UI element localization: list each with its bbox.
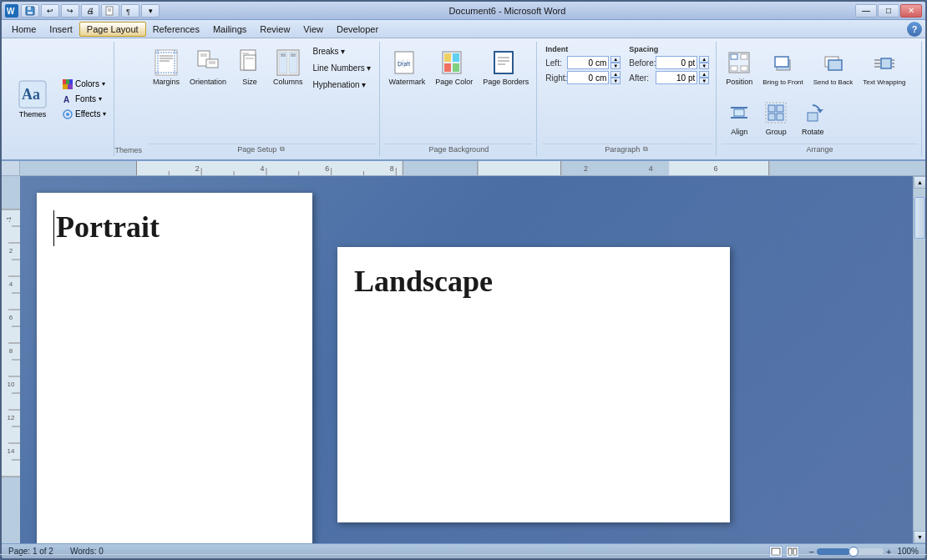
breaks-button[interactable]: Breaks ▾ [308,43,375,58]
indent-right-input[interactable] [567,71,609,84]
margins-button[interactable]: Margins [149,43,184,92]
zoom-slider[interactable] [817,548,884,555]
send-to-back-label: Send to Back [813,78,854,86]
svg-rect-39 [289,52,297,73]
ribbon: Aa Themes C [2,38,925,161]
scroll-track[interactable] [914,189,925,531]
scroll-down-button[interactable]: ▼ [914,531,925,543]
svg-text:4: 4 [9,280,13,288]
scroll-thumb[interactable] [914,197,925,239]
text-wrapping-button[interactable]: Text Wrapping [859,43,909,92]
themes-group: Aa Themes C [5,42,114,156]
title-bar-left: W ↩ ↪ 🖨 ¶ ▾ [5,4,160,18]
scroll-up-button[interactable]: ▲ [914,176,925,189]
spacing-before-input[interactable] [656,56,697,69]
group-button[interactable]: Group [758,93,793,142]
svg-rect-65 [881,58,891,68]
line-numbers-button[interactable]: Line Numbers ▾ [308,60,375,75]
page-background-label: Page Background [385,144,534,154]
colors-button[interactable]: Colors ▾ [58,77,110,91]
indent-left-down[interactable]: ▼ [610,63,621,69]
indent-left-up[interactable]: ▲ [610,56,621,63]
send-to-back-button[interactable]: Send to Back [809,43,858,92]
svg-rect-52 [494,52,513,73]
page-setup-expand[interactable]: ⧉ [278,145,286,154]
spacing-after-input[interactable] [656,71,697,84]
svg-rect-78 [768,114,775,120]
watermark-label: Watermark [389,78,426,86]
arrange-label: Arrange [722,144,918,154]
svg-rect-59 [731,66,737,71]
zoom-thumb[interactable] [848,547,859,557]
menu-mailings[interactable]: Mailings [206,23,253,36]
spacing-after-row: After: ▲ ▼ [629,71,709,84]
rotate-button[interactable]: Rotate [795,93,830,142]
menu-page-layout[interactable]: Page Layout [79,22,146,37]
watermark-button[interactable]: W Draft Watermark [385,43,430,92]
save-btn[interactable] [21,4,39,18]
indent-left-input[interactable] [567,56,609,69]
group-icon [762,99,789,126]
menu-developer[interactable]: Developer [330,23,385,36]
menu-home[interactable]: Home [5,23,43,36]
spacing-after-down[interactable]: ▼ [699,78,709,84]
vertical-ruler: -1 2 4 6 8 10 12 14 [2,176,20,543]
landscape-text: Landscape [354,264,713,299]
menu-review[interactable]: Review [253,23,296,36]
bring-to-front-button[interactable]: Bring to Front [758,43,807,92]
position-button[interactable]: Position [722,43,757,92]
close-button[interactable]: ✕ [900,4,922,18]
effects-button[interactable]: Effects ▾ [58,107,110,121]
page-borders-button[interactable]: Page Borders [479,43,533,92]
svg-rect-77 [777,105,783,112]
vertical-scrollbar[interactable]: ▲ ▼ [913,176,925,543]
page-borders-icon [493,49,519,76]
minimize-button[interactable]: — [855,4,877,18]
size-button[interactable]: Size [232,43,267,92]
svg-text:W: W [7,7,15,16]
format-btn[interactable]: ¶ [121,4,139,18]
redo-btn[interactable]: ↪ [61,4,79,18]
indent-left-label: Left: [545,58,565,68]
themes-button[interactable]: Aa Themes [8,75,57,123]
svg-rect-12 [66,79,69,84]
svg-rect-48 [444,53,451,62]
menu-references[interactable]: References [146,23,206,36]
indent-label: Indent [545,45,621,53]
fonts-button[interactable]: A Fonts ▾ [58,92,110,106]
more-btn[interactable]: ▾ [141,4,160,18]
orientation-button[interactable]: Orientation [185,43,230,92]
indent-right-label: Right: [545,73,565,83]
align-button[interactable]: Align [722,93,757,142]
svg-text:6: 6 [325,164,329,173]
margins-icon [153,49,180,76]
spacing-before-down[interactable]: ▼ [699,63,709,69]
help-button[interactable]: ? [907,22,922,37]
paragraph-expand[interactable]: ⧉ [641,145,650,154]
spacing-after-up[interactable]: ▲ [699,71,709,78]
page-setup-label: Page Setup ⧉ [149,144,376,154]
svg-rect-11 [63,79,66,84]
svg-text:¶: ¶ [126,8,130,16]
indent-right-up[interactable]: ▲ [610,71,621,78]
spacing-before-up[interactable]: ▲ [699,56,709,63]
indent-right-down[interactable]: ▼ [610,78,621,84]
indent-left-spinner: ▲ ▼ [610,56,621,69]
arrange-group: Position Bring to Front [718,42,922,156]
print-preview-btn[interactable] [101,4,119,18]
menu-insert[interactable]: Insert [43,23,79,36]
page-color-button[interactable]: Page Color [431,43,477,92]
text-cursor [53,210,54,246]
svg-text:A: A [63,95,69,104]
document-area[interactable]: Portrait Landscape [20,176,913,543]
indent-section: Indent Left: ▲ ▼ Right: [545,45,621,84]
fonts-label: Fonts [75,94,96,103]
svg-text:8: 8 [390,164,394,173]
hyphenation-button[interactable]: Hyphenation ▾ [308,77,375,92]
undo-btn[interactable]: ↩ [41,4,59,18]
size-label: Size [242,78,257,86]
print-btn[interactable]: 🖨 [81,4,99,18]
maximize-button[interactable]: □ [878,4,899,18]
columns-button[interactable]: Columns [269,43,307,92]
menu-view[interactable]: View [296,23,330,36]
